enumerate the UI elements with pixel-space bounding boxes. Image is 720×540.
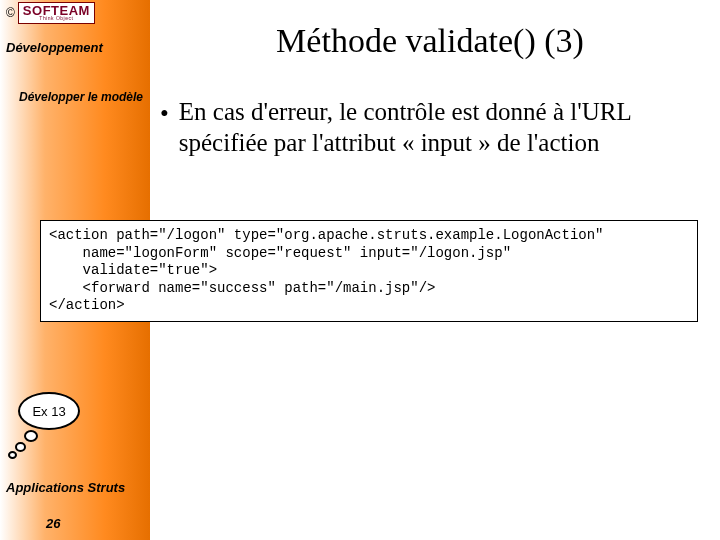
sidebar-heading: Développement — [0, 40, 156, 55]
thought-bubble-dot — [24, 430, 38, 442]
slide-title: Méthode validate() (3) — [160, 22, 700, 60]
page-number: 26 — [46, 516, 60, 531]
bullet-dot: • — [160, 98, 169, 129]
code-block: <action path="/logon" type="org.apache.s… — [40, 220, 698, 322]
body-text: • En cas d'erreur, le contrôle est donné… — [160, 96, 700, 159]
bullet-item: • En cas d'erreur, le contrôle est donné… — [160, 96, 700, 159]
logo-box: SOFTEAM Think Object — [18, 2, 95, 24]
sidebar-subheading: Développer le modèle — [0, 90, 162, 104]
slide: © SOFTEAM Think Object Développement Dév… — [0, 0, 720, 540]
logo: © SOFTEAM Think Object — [6, 2, 95, 24]
thought-bubble-dot — [15, 442, 26, 452]
footer-title: Applications Struts — [6, 480, 125, 495]
bubble-text: Ex 13 — [32, 404, 65, 419]
logo-subtext: Think Object — [39, 16, 73, 21]
thought-bubble-dot — [8, 451, 17, 459]
copyright-symbol: © — [6, 6, 15, 20]
thought-bubble: Ex 13 — [18, 392, 80, 430]
bullet-text: En cas d'erreur, le contrôle est donné à… — [179, 96, 700, 159]
